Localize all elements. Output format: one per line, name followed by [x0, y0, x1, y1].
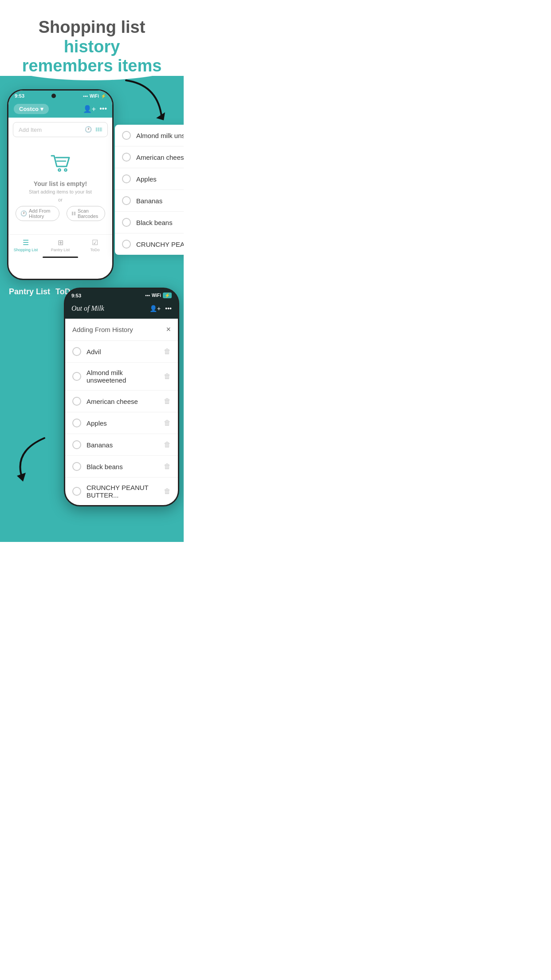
nav-pantry-label: Pantry List: [51, 248, 70, 252]
nav-shopping-list[interactable]: ☰ Shopping List: [8, 238, 43, 252]
radio-3[interactable]: [122, 196, 131, 205]
more-options-icon[interactable]: •••: [99, 105, 107, 113]
app-header-icons: 👤+ •••: [83, 105, 107, 113]
empty-actions: 🕐 Add From History ⦀⦀ Scan Barcodes: [16, 206, 105, 221]
modal-item-3[interactable]: Apples 🗑: [65, 412, 178, 434]
history-icon: 🕐: [20, 210, 27, 217]
modal-item-label-2: American cheese: [87, 398, 138, 405]
modal-header: Adding From History ×: [65, 319, 178, 341]
modal-close-btn[interactable]: ×: [166, 325, 171, 334]
search-bar[interactable]: Add Item 🕐 ⦀⦀⦀: [13, 122, 108, 137]
history-item-label-2: Apples: [136, 175, 157, 183]
search-bar-icons: 🕐 ⦀⦀⦀: [85, 126, 102, 133]
todo-icon: ☑: [92, 238, 98, 247]
modal-item-label-4: Bananas: [87, 441, 113, 449]
phone2-add-person-icon[interactable]: 👤+: [150, 305, 161, 312]
phone2-status-icons: ▪▪▪ WiFi ⚡: [145, 292, 172, 298]
add-item-placeholder: Add Item: [19, 126, 42, 133]
modal-item-2[interactable]: American cheese 🗑: [65, 391, 178, 412]
phone2-section: 9:53 ▪▪▪ WiFi ⚡ Out of Milk 👤+ ••• Addin…: [0, 288, 184, 524]
phone2-time: 9:53: [71, 293, 81, 298]
add-person-icon[interactable]: 👤+: [83, 105, 96, 113]
empty-title: Your list is empty!: [34, 180, 87, 187]
modal-item-1[interactable]: Almond milk unsweetened 🗑: [65, 363, 178, 391]
app-header: Costco ▾ 👤+ •••: [8, 100, 112, 118]
arrow-1-container: [117, 76, 170, 131]
modal-radio-5[interactable]: [72, 462, 81, 471]
nav-pantry-list[interactable]: ⊞ Pantry List: [43, 238, 78, 252]
wifi-icon: WiFi: [90, 94, 99, 99]
history-item-4[interactable]: Black beans 🗑: [115, 212, 184, 233]
chevron-down-icon: ▾: [40, 106, 43, 112]
modal-trash-2[interactable]: 🗑: [164, 397, 171, 405]
modal-item-4[interactable]: Bananas 🗑: [65, 434, 178, 456]
radio-5[interactable]: [122, 240, 131, 249]
arrow-1-svg: [117, 76, 170, 129]
arrow-2-svg: [9, 434, 53, 487]
history-item-5[interactable]: CRUNCHY PEANUT BUTTER... 🗑: [115, 233, 184, 255]
store-selector[interactable]: Costco ▾: [14, 104, 49, 114]
modal-radio-0[interactable]: [72, 347, 81, 356]
modal-item-label-5: Black beans: [87, 463, 123, 470]
svg-point-0: [59, 169, 61, 171]
bottom-nav: ☰ Shopping List ⊞ Pantry List ☑ ToDo: [8, 234, 112, 254]
history-item-2[interactable]: Apples 🗑: [115, 168, 184, 190]
modal-trash-4[interactable]: 🗑: [164, 441, 171, 449]
radio-1[interactable]: [122, 153, 131, 162]
radio-2[interactable]: [122, 174, 131, 183]
camera-notch: [51, 94, 56, 98]
status-icons: ▪▪▪ WiFi ⚡: [83, 94, 106, 99]
empty-state: Your list is empty! Start adding items t…: [8, 142, 112, 230]
radio-0[interactable]: [122, 131, 131, 140]
history-item-label-0: Almond milk unsweetened: [136, 132, 184, 139]
phone2-battery: ⚡: [163, 292, 172, 298]
modal-trash-1[interactable]: 🗑: [164, 372, 171, 380]
modal-radio-1[interactable]: [72, 372, 81, 381]
history-item-label-1: American cheese: [136, 154, 184, 161]
phone2-app-header: Out of Milk 👤+ •••: [65, 300, 178, 319]
nav-todo[interactable]: ☑ ToDo: [78, 238, 112, 252]
pantry-list-icon: ⊞: [58, 238, 63, 247]
store-name: Costco: [19, 106, 39, 112]
phone1-time: 9:53: [15, 93, 24, 99]
modal-radio-6[interactable]: [72, 487, 81, 496]
modal-trash-3[interactable]: 🗑: [164, 419, 171, 427]
modal-item-0[interactable]: Advil 🗑: [65, 341, 178, 363]
add-from-history-btn[interactable]: 🕐 Add From History: [16, 206, 59, 221]
cart-icon-large: [51, 155, 70, 176]
barcode-icon: ⦀⦀⦀: [95, 126, 102, 133]
modal-item-5[interactable]: Black beans 🗑: [65, 456, 178, 478]
empty-sub: Start adding items to your list: [29, 189, 92, 194]
history-panel: Almond milk unsweetened 🗑 American chees…: [115, 125, 184, 255]
scan-barcodes-btn[interactable]: ⦀⦀ Scan Barcodes: [67, 206, 105, 221]
phone2-signal: ▪▪▪: [145, 293, 150, 298]
modal-item-6[interactable]: CRUNCHY PEANUT BUTTER... 🗑: [65, 478, 178, 505]
svg-point-1: [65, 169, 67, 171]
home-indicator: [43, 257, 78, 258]
modal-radio-3[interactable]: [72, 419, 81, 427]
modal-trash-5[interactable]: 🗑: [164, 462, 171, 470]
app-logo: Out of Milk: [71, 304, 104, 312]
history-item-0[interactable]: Almond milk unsweetened 🗑: [115, 125, 184, 146]
history-item-label-5: CRUNCHY PEANUT BUTTER...: [136, 241, 184, 248]
history-item-1[interactable]: American cheese 🗑: [115, 146, 184, 168]
modal-radio-4[interactable]: [72, 440, 81, 449]
barcode-icon-small: ⦀⦀: [71, 210, 76, 217]
radio-4[interactable]: [122, 218, 131, 227]
phone1-mockup: 9:53 ▪▪▪ WiFi ⚡ Costco ▾ 👤+ •••: [7, 89, 114, 280]
modal-radio-2[interactable]: [72, 397, 81, 406]
history-item-3[interactable]: Bananas 🗑: [115, 190, 184, 212]
phone2-more-icon[interactable]: •••: [165, 305, 172, 312]
modal-item-label-0: Advil: [87, 348, 101, 356]
scan-barcodes-label: Scan Barcodes: [78, 208, 100, 219]
phone2-header-icons: 👤+ •••: [150, 305, 172, 312]
battery-icon: ⚡: [101, 94, 106, 99]
add-from-history-label: Add From History: [29, 208, 55, 219]
header-section: Shopping list historyremembers items: [0, 0, 184, 76]
modal-trash-0[interactable]: 🗑: [164, 348, 171, 356]
modal-trash-6[interactable]: 🗑: [164, 487, 171, 495]
header-title: Shopping list historyremembers items: [11, 18, 173, 76]
empty-or: or: [58, 197, 63, 202]
phone1-container: 9:53 ▪▪▪ WiFi ⚡ Costco ▾ 👤+ •••: [0, 89, 184, 280]
shopping-list-icon: ☰: [23, 238, 29, 247]
